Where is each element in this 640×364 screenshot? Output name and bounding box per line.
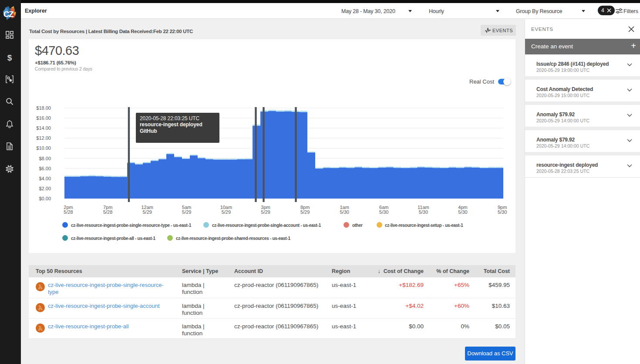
svg-text:5/29: 5/29: [222, 209, 231, 215]
svg-text:5/30: 5/30: [498, 209, 507, 215]
svg-text:5/28: 5/28: [64, 209, 73, 215]
svg-text:$2.00: $2.00: [39, 186, 51, 191]
svg-text:5/29: 5/29: [300, 209, 310, 215]
svg-text:$6.00: $6.00: [39, 166, 51, 171]
svg-text:$4.00: $4.00: [39, 176, 51, 181]
svg-text:$16.00: $16.00: [36, 115, 51, 121]
svg-text:$18.00: $18.00: [36, 105, 51, 111]
svg-text:5/30: 5/30: [340, 209, 349, 215]
svg-text:5/29: 5/29: [142, 209, 152, 215]
svg-text:5/29: 5/29: [261, 209, 270, 215]
svg-text:$12.00: $12.00: [36, 135, 51, 141]
svg-text:5/30: 5/30: [379, 209, 388, 215]
svg-text:$0.00: $0.00: [39, 196, 51, 201]
svg-text:5/30: 5/30: [458, 209, 467, 215]
svg-text:$8.00: $8.00: [39, 156, 51, 161]
svg-text:5/28: 5/28: [103, 209, 112, 215]
svg-text:5/29: 5/29: [182, 209, 191, 215]
svg-text:CZ: CZ: [3, 10, 14, 19]
svg-text:$10.00: $10.00: [36, 145, 51, 151]
svg-text:5/30: 5/30: [419, 209, 428, 215]
svg-text:$14.00: $14.00: [36, 125, 51, 131]
